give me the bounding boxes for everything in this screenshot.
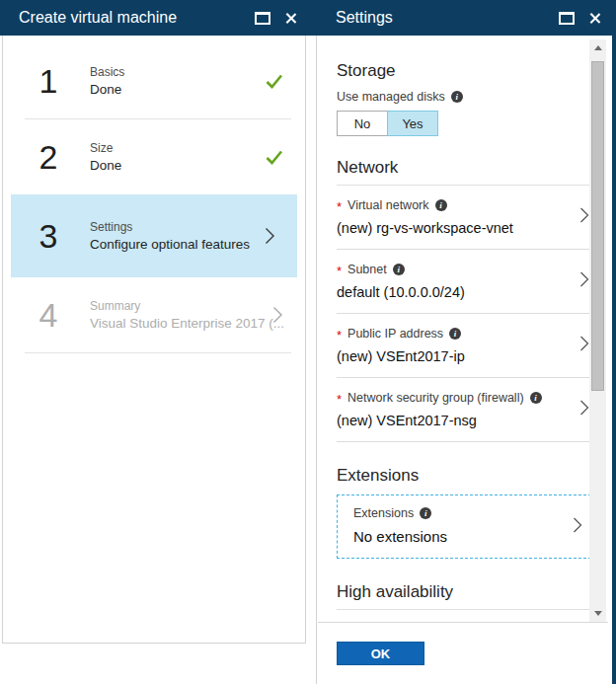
required-asterisk	[337, 326, 347, 341]
step-title: Settings	[90, 220, 250, 234]
settings-panel: Storage Use managed disks i No Yes Netwo…	[312, 36, 616, 684]
step-status: Visual Studio Enterprise 2017 (...	[90, 316, 272, 331]
step-number: 2	[27, 138, 70, 177]
network-security-group-label: Network security group (firewall)	[347, 391, 524, 405]
step-number: 1	[27, 62, 70, 101]
left-blade-title: Create virtual machine	[0, 9, 177, 27]
step-status: Configure optional features	[90, 237, 250, 252]
network-security-group-field[interactable]: Network security group (firewall)i (new)…	[337, 378, 591, 442]
blade-headers: Create virtual machine Settings	[0, 0, 616, 36]
required-asterisk	[337, 262, 347, 276]
step-size[interactable]: 2 Size Done	[3, 119, 305, 194]
subnet-value: default (10.0.0.0/24)	[337, 284, 591, 300]
close-icon[interactable]	[284, 12, 297, 25]
step-number: 3	[27, 217, 70, 256]
network-security-group-value: (new) VSEnt2017-nsg	[337, 413, 591, 428]
chevron-right-icon	[573, 516, 582, 537]
public-ip-label: Public IP address	[347, 327, 443, 341]
step-status: Done	[90, 82, 124, 97]
public-ip-value: (new) VSEnt2017-ip	[337, 348, 591, 364]
subnet-field[interactable]: Subneti default (10.0.0.0/24)	[337, 250, 591, 314]
check-icon	[266, 150, 283, 165]
managed-disks-no-button[interactable]: No	[337, 111, 388, 136]
network-section-heading: Network	[337, 158, 591, 186]
managed-disks-yes-button[interactable]: Yes	[387, 111, 438, 136]
close-icon[interactable]	[588, 12, 601, 25]
chevron-right-icon	[265, 227, 275, 245]
step-status: Done	[90, 158, 121, 173]
scroll-up-icon[interactable]	[589, 39, 606, 56]
create-vm-steps-panel: 1 Basics Done 2 Size Done 3 Settings	[2, 36, 306, 644]
info-icon[interactable]: i	[451, 91, 463, 103]
chevron-right-icon	[579, 207, 589, 228]
settings-scroll-area: Storage Use managed disks i No Yes Netwo…	[318, 36, 608, 622]
step-title: Size	[90, 141, 121, 155]
step-title: Basics	[90, 65, 124, 79]
subnet-label: Subnet	[347, 263, 387, 276]
extensions-label: Extensions	[353, 506, 414, 520]
info-icon[interactable]: i	[530, 392, 542, 404]
chevron-right-icon	[579, 336, 589, 356]
step-title: Summary	[90, 299, 272, 313]
scroll-down-icon[interactable]	[589, 605, 606, 622]
availability-set-field[interactable]: Availability seti None	[337, 610, 591, 622]
scrollbar-thumb[interactable]	[591, 61, 604, 391]
chevron-right-icon	[579, 271, 589, 292]
step-number: 4	[27, 296, 70, 335]
info-icon[interactable]: i	[393, 264, 405, 275]
step-summary[interactable]: 4 Summary Visual Studio Enterprise 2017 …	[3, 277, 305, 352]
high-availability-section-heading: High availability	[337, 582, 591, 610]
chevron-right-icon	[579, 400, 589, 420]
managed-disks-label-row: Use managed disks i	[337, 90, 591, 104]
left-blade-header: Create virtual machine	[0, 0, 312, 36]
required-asterisk	[337, 197, 347, 212]
public-ip-field[interactable]: Public IP addressi (new) VSEnt2017-ip	[337, 314, 591, 378]
maximize-icon[interactable]	[255, 12, 270, 25]
settings-footer: OK	[318, 622, 608, 684]
info-icon[interactable]: i	[420, 507, 431, 519]
managed-disks-toggle: No Yes	[337, 111, 591, 136]
maximize-icon[interactable]	[559, 12, 575, 25]
info-icon[interactable]: i	[435, 199, 447, 211]
vertical-scrollbar[interactable]	[589, 39, 606, 622]
extensions-field[interactable]: Extensionsi No extensions	[337, 494, 591, 559]
divider	[25, 352, 291, 353]
check-icon	[266, 74, 283, 89]
ok-button[interactable]: OK	[337, 642, 424, 665]
extensions-value: No extensions	[353, 528, 575, 545]
virtual-network-label: Virtual network	[347, 198, 428, 212]
virtual-network-field[interactable]: Virtual networki (new) rg-vs-workspace-v…	[337, 186, 591, 250]
chevron-right-icon	[272, 306, 283, 324]
extensions-section-heading: Extensions	[337, 466, 591, 486]
right-blade-title: Settings	[312, 9, 393, 27]
managed-disks-label: Use managed disks	[337, 90, 445, 104]
right-blade-header: Settings	[312, 0, 616, 36]
virtual-network-value: (new) rg-vs-workspace-vnet	[337, 220, 591, 236]
info-icon[interactable]: i	[449, 328, 461, 340]
step-settings[interactable]: 3 Settings Configure optional features	[11, 194, 297, 277]
step-basics[interactable]: 1 Basics Done	[3, 43, 305, 118]
storage-section-heading: Storage	[337, 61, 591, 81]
required-asterisk	[337, 390, 347, 405]
